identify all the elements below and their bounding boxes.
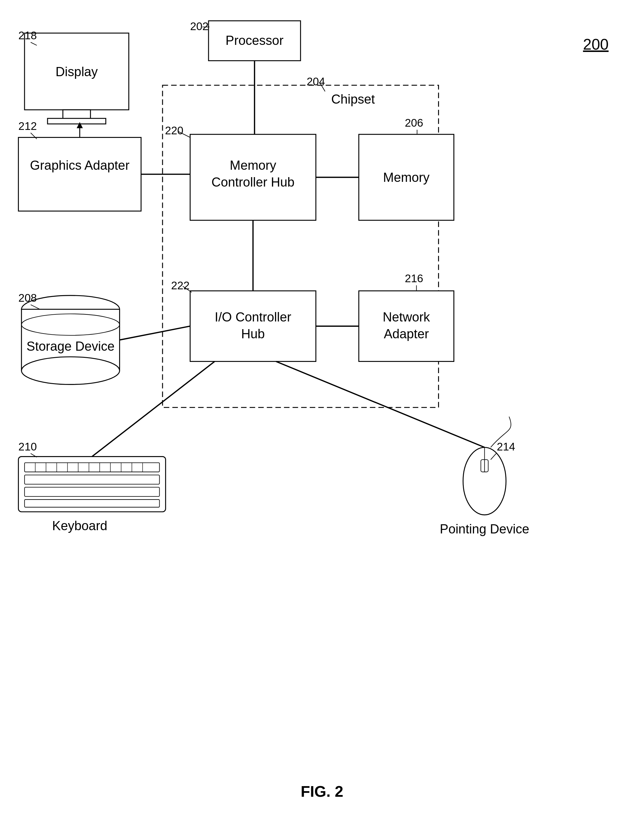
mch-label2: Controller Hub	[212, 175, 294, 189]
storage-ref: 208	[18, 292, 37, 304]
svg-rect-20	[63, 110, 90, 119]
network-label2: Adapter	[384, 326, 429, 341]
svg-line-30	[120, 326, 190, 340]
pointing-label: Pointing Device	[440, 521, 529, 536]
pointing-ref: 214	[497, 440, 515, 453]
processor-label: Processor	[226, 33, 284, 48]
svg-rect-10	[190, 291, 316, 361]
svg-rect-16	[18, 138, 141, 211]
chipset-ref: 204	[307, 75, 325, 88]
display-label: Display	[55, 65, 98, 79]
mch-label1: Memory	[230, 158, 276, 172]
fig-caption: FIG. 2	[301, 783, 343, 800]
graphics-label1: Graphics Adapter	[30, 158, 129, 172]
processor-ref: 202	[190, 20, 209, 32]
storage-label1: Storage Device	[26, 339, 115, 354]
network-label1: Network	[383, 310, 430, 324]
display-ref: 218	[18, 29, 37, 42]
svg-line-53	[276, 361, 485, 447]
ioch-label1: I/O Controller	[215, 310, 291, 324]
svg-rect-14	[359, 291, 454, 361]
graphics-ref: 212	[18, 120, 37, 132]
ioch-ref: 222	[171, 279, 189, 292]
keyboard-ref: 210	[18, 440, 37, 453]
ioch-label2: Hub	[241, 326, 265, 341]
mch-ref: 220	[165, 124, 183, 137]
memory-label: Memory	[383, 170, 430, 185]
keyboard-label: Keyboard	[52, 518, 107, 533]
memory-ref: 206	[405, 117, 423, 129]
svg-point-27	[21, 357, 120, 384]
chipset-label: Chipset	[331, 92, 375, 106]
svg-rect-21	[48, 118, 106, 124]
network-ref: 216	[405, 272, 423, 284]
